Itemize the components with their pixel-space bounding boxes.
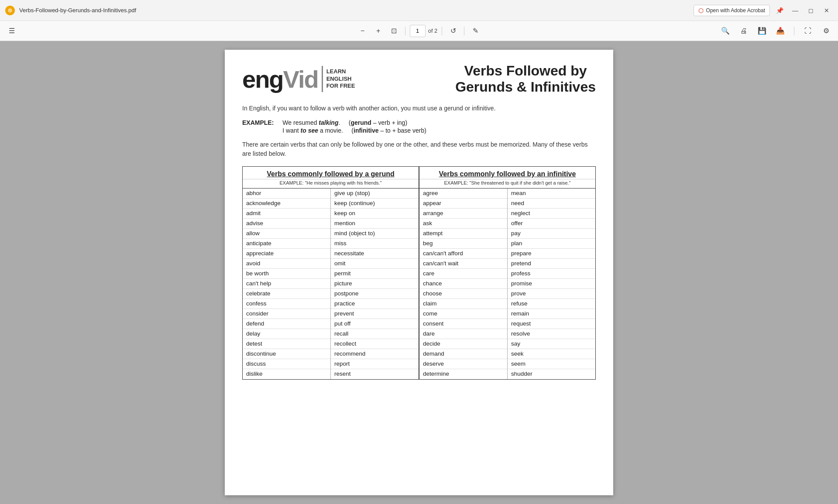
infinitive-table: Verbs commonly followed by an infinitive… (419, 167, 595, 379)
example-line2-end: a movie. (318, 127, 343, 134)
list-item: mention (331, 219, 419, 229)
toolbar-separator-1 (405, 27, 405, 35)
fullscreen-button[interactable]: ⛶ (801, 24, 814, 38)
example-label: EXAMPLE: (242, 119, 274, 134)
list-item: discontinue (243, 349, 330, 359)
infinitive-table-heading: Verbs commonly followed by an infinitive (419, 167, 595, 179)
list-item: can/can't afford (419, 249, 507, 259)
open-acrobat-button[interactable]: ⬡ Open with Adobe Acrobat (694, 5, 770, 16)
logo-tagline: LEARN ENGLISH FOR FREE (326, 68, 355, 90)
list-item: confess (243, 299, 330, 309)
fit-page-button[interactable]: ⊡ (388, 24, 401, 38)
list-item: can't help (243, 279, 330, 289)
list-item: shudder (508, 369, 595, 379)
app-icon-letter: ◎ (8, 7, 12, 13)
engvid-logo: engVid LEARN ENGLISH FOR FREE (242, 65, 355, 93)
save-as-button[interactable]: 📥 (774, 24, 787, 38)
list-item: plan (508, 239, 595, 249)
list-item: practice (331, 299, 419, 309)
page-number-input[interactable] (410, 25, 426, 37)
list-item: postpone (331, 289, 419, 299)
minimize-button[interactable]: — (789, 4, 801, 17)
print-button[interactable]: 🖨 (737, 24, 750, 38)
logo-line2: ENGLISH (326, 75, 355, 83)
list-item: offer (508, 219, 595, 229)
close-button[interactable]: ✕ (821, 4, 833, 17)
infinitive-table-columns: agree appear arrange ask attempt beg can… (419, 189, 595, 379)
list-item: profess (508, 269, 595, 279)
list-item: delay (243, 329, 330, 339)
toolbar-right: 🔍 🖨 💾 📥 ⛶ ⚙ (719, 24, 833, 38)
list-item: care (419, 269, 507, 279)
verb-tables: Verbs commonly followed by a gerund EXAM… (242, 166, 596, 380)
logo-vid: Vid (283, 65, 318, 93)
example-infinitive-word: to see (301, 127, 318, 134)
list-item: acknowledge (243, 199, 330, 209)
logo-eng: eng (242, 65, 283, 93)
list-item: avoid (243, 259, 330, 269)
document-title: Verbs Followed by Gerunds & Infinitives (455, 63, 596, 95)
gerund-table-heading: Verbs commonly followed by a gerund (243, 167, 419, 179)
example-line2-text: I want (282, 127, 300, 134)
list-item: pretend (508, 259, 595, 269)
settings-button[interactable]: ⚙ (820, 24, 833, 38)
list-item: recommend (331, 349, 419, 359)
list-item: necessitate (331, 249, 419, 259)
list-item: remain (508, 309, 595, 319)
list-item: appreciate (243, 249, 330, 259)
list-item: chance (419, 279, 507, 289)
zoom-in-button[interactable]: + (372, 24, 385, 38)
save-button[interactable]: 💾 (756, 24, 769, 38)
gerund-col1: abhor acknowledge admit advise allow ant… (243, 189, 331, 379)
draw-button[interactable]: ✎ (469, 24, 482, 38)
list-item: mean (508, 189, 595, 199)
title-line2: Gerunds & Infinitives (455, 79, 596, 95)
list-item: promise (508, 279, 595, 289)
sidebar-toggle-button[interactable]: ☰ (5, 24, 18, 38)
list-item: dislike (243, 369, 330, 379)
gerund-col2: give up (stop) keep (continue) keep on m… (331, 189, 419, 379)
list-item: resent (331, 369, 419, 379)
list-item: resolve (508, 329, 595, 339)
list-item: allow (243, 229, 330, 239)
search-button[interactable]: 🔍 (719, 24, 732, 38)
example-line1-period: . (338, 119, 340, 126)
list-item: seem (508, 359, 595, 369)
list-item: claim (419, 299, 507, 309)
open-acrobat-label: Open with Adobe Acrobat (706, 7, 765, 14)
toolbar-separator-2 (442, 27, 442, 35)
example-gerund-word: talking (319, 119, 338, 126)
list-item: refuse (508, 299, 595, 309)
title-bar-controls: ⬡ Open with Adobe Acrobat 📌 — ◻ ✕ (694, 4, 833, 17)
list-item: need (508, 199, 595, 209)
list-item: keep (continue) (331, 199, 419, 209)
list-item: neglect (508, 209, 595, 219)
logo-line3: FOR FREE (326, 82, 355, 90)
list-item: prevent (331, 309, 419, 319)
list-item: consent (419, 319, 507, 329)
title-bar: ◎ Verbs-Followed-by-Gerunds-and-Infiniti… (0, 0, 838, 21)
list-item: attempt (419, 229, 507, 239)
list-item: omit (331, 259, 419, 269)
logo-line1: LEARN (326, 68, 355, 75)
list-item: report (331, 359, 419, 369)
list-item: be worth (243, 269, 330, 279)
list-item: seek (508, 349, 595, 359)
window-title: Verbs-Followed-by-Gerunds-and-Infinitive… (19, 7, 689, 14)
toolbar: ☰ − + ⊡ of 2 ↺ ✎ 🔍 🖨 💾 📥 ⛶ ⚙ (0, 21, 838, 41)
example-line2: I want to see a movie. (infinitive – to … (282, 127, 426, 134)
toolbar-center: − + ⊡ of 2 ↺ ✎ (356, 24, 482, 38)
total-pages: of 2 (428, 27, 438, 34)
list-item: beg (419, 239, 507, 249)
maximize-button[interactable]: ◻ (805, 4, 817, 17)
list-item: agree (419, 189, 507, 199)
list-item: celebrate (243, 289, 330, 299)
zoom-out-button[interactable]: − (356, 24, 369, 38)
rotate-button[interactable]: ↺ (446, 24, 460, 38)
list-item: come (419, 309, 507, 319)
list-item: determine (419, 369, 507, 379)
list-item: abhor (243, 189, 330, 199)
list-item: miss (331, 239, 419, 249)
pin-tab-button[interactable]: 📌 (773, 4, 786, 17)
list-item: prove (508, 289, 595, 299)
